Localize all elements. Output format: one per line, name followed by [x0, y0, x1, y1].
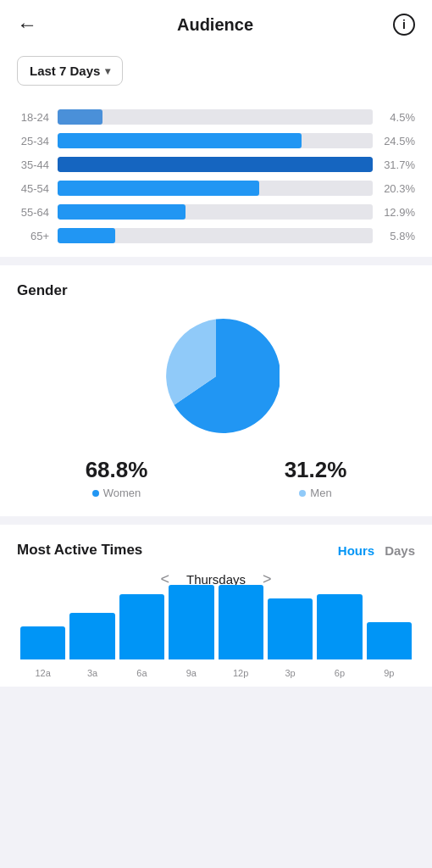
- gender-section: Gender 68.8% Women 31.2% Men: [0, 265, 432, 516]
- age-bar-fill: [58, 228, 115, 243]
- header: ← Audience i: [0, 0, 432, 46]
- back-button[interactable]: ←: [17, 14, 37, 35]
- hours-bar-chart: 12a 3a 6a 9a 12p 3p 6p 9p: [17, 602, 415, 687]
- days-toggle[interactable]: Days: [385, 543, 415, 558]
- chart-bar: [219, 585, 263, 659]
- age-bar-track: [58, 109, 373, 125]
- gender-stats: 68.8% Women 31.2% Men: [17, 457, 415, 499]
- women-label-row: Women: [92, 487, 141, 499]
- chart-bar: [367, 622, 412, 659]
- age-pct-label: 31.7%: [381, 159, 415, 171]
- age-rows: 18-24 4.5% 25-34 24.5% 35-44 31.7% 45-54…: [17, 109, 415, 243]
- chart-bar: [119, 594, 164, 659]
- age-bar-fill: [58, 133, 302, 148]
- gender-title: Gender: [17, 282, 415, 299]
- age-bar-track: [58, 181, 373, 196]
- chart-bar: [169, 585, 213, 659]
- age-label: 65+: [17, 230, 49, 242]
- age-bar-fill: [58, 157, 373, 172]
- active-times-section: Most Active Times Hours Days < Thursdays…: [0, 525, 432, 687]
- chart-column: 3a: [69, 613, 114, 687]
- chart-bar: [20, 626, 65, 659]
- age-label: 45-54: [17, 182, 49, 195]
- chart-time-label: 12p: [233, 663, 248, 687]
- chart-column: 3p: [268, 598, 313, 687]
- age-bar-track: [58, 204, 373, 220]
- women-label: Women: [103, 487, 141, 499]
- age-row: 65+ 5.8%: [17, 228, 415, 243]
- chart-time-label: 6a: [136, 663, 147, 687]
- chart-column: 9p: [367, 622, 412, 687]
- men-percentage: 31.2%: [285, 457, 347, 483]
- age-bar-track: [58, 228, 373, 243]
- men-dot: [299, 490, 306, 497]
- age-label: 35-44: [17, 159, 49, 171]
- chart-bar: [317, 594, 362, 659]
- age-label: 25-34: [17, 135, 49, 147]
- page-title: Audience: [177, 15, 253, 35]
- age-bar-fill: [58, 109, 102, 125]
- age-pct-label: 4.5%: [381, 111, 415, 124]
- chart-column: 9a: [169, 585, 213, 687]
- age-label: 55-64: [17, 206, 49, 219]
- gender-pie-chart: [17, 313, 415, 440]
- age-pct-label: 20.3%: [381, 182, 415, 195]
- age-pct-label: 5.8%: [381, 230, 415, 242]
- age-row: 45-54 20.3%: [17, 181, 415, 196]
- age-pct-label: 12.9%: [381, 206, 415, 219]
- women-stat: 68.8% Women: [86, 457, 148, 499]
- chevron-down-icon: ▾: [105, 65, 110, 77]
- pie-svg: [152, 313, 280, 440]
- chart-time-label: 6p: [335, 663, 345, 687]
- info-button[interactable]: i: [393, 14, 415, 36]
- age-row: 25-34 24.5%: [17, 133, 415, 148]
- age-row: 18-24 4.5%: [17, 109, 415, 125]
- age-bar-fill: [58, 181, 259, 196]
- age-section: 18-24 4.5% 25-34 24.5% 35-44 31.7% 45-54…: [0, 96, 432, 257]
- chart-bar: [268, 598, 313, 659]
- age-bar-track: [58, 133, 373, 148]
- men-label: Men: [310, 487, 331, 499]
- date-filter-label: Last 7 Days: [30, 64, 100, 78]
- chart-column: 6a: [119, 594, 164, 687]
- women-dot: [92, 490, 99, 497]
- age-row: 35-44 31.7%: [17, 157, 415, 172]
- chart-time-label: 12a: [36, 663, 51, 687]
- men-label-row: Men: [299, 487, 331, 499]
- hours-toggle[interactable]: Hours: [338, 543, 374, 558]
- age-bar-track: [58, 157, 373, 172]
- chart-column: 6p: [317, 594, 362, 687]
- next-day-button[interactable]: >: [263, 570, 272, 588]
- date-filter-button[interactable]: Last 7 Days ▾: [17, 56, 123, 86]
- chart-bar: [69, 613, 114, 659]
- chart-time-label: 9a: [186, 663, 197, 687]
- age-row: 55-64 12.9%: [17, 204, 415, 220]
- age-label: 18-24: [17, 111, 49, 124]
- chart-time-label: 9p: [384, 663, 394, 687]
- chart-time-label: 3p: [285, 663, 295, 687]
- day-navigator: < Thursdays >: [17, 570, 415, 588]
- date-filter-bar: Last 7 Days ▾: [0, 46, 432, 96]
- active-times-header: Most Active Times Hours Days: [17, 542, 415, 559]
- active-times-title: Most Active Times: [17, 542, 142, 559]
- chart-time-label: 3a: [87, 663, 97, 687]
- time-toggle-group: Hours Days: [338, 543, 415, 558]
- chart-column: 12p: [219, 585, 263, 687]
- age-bar-fill: [58, 204, 186, 220]
- chart-column: 12a: [20, 626, 65, 687]
- men-stat: 31.2% Men: [285, 457, 347, 499]
- age-pct-label: 24.5%: [381, 135, 415, 147]
- women-percentage: 68.8%: [86, 457, 148, 483]
